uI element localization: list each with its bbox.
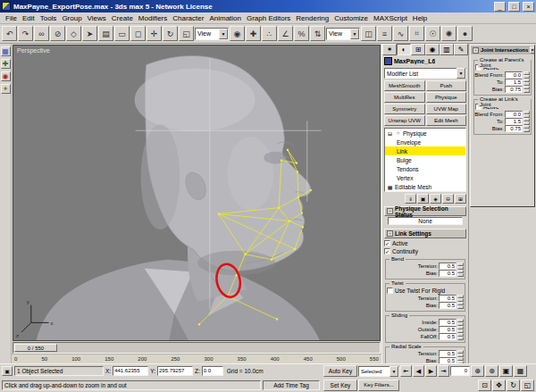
spinner-arrows[interactable] <box>523 71 530 79</box>
make-unique-icon[interactable]: ◈ <box>430 194 441 204</box>
multires-button[interactable]: MultiRes <box>384 92 425 103</box>
dock-tab-icon-2[interactable]: ✚ <box>1 59 11 69</box>
align-icon[interactable]: ≡ <box>377 26 392 41</box>
parent-blend-from-field[interactable]: 0.0 <box>505 71 523 79</box>
pan-icon[interactable]: ✥ <box>492 379 506 391</box>
parent-bias-field[interactable]: 0.75 <box>505 86 523 93</box>
stack-item-physique[interactable]: ⊟ ○ Physique <box>385 129 465 138</box>
use-twist-checkbox[interactable] <box>387 288 393 294</box>
time-slider-track[interactable]: 0 / 550 <box>13 342 381 354</box>
menu-group[interactable]: Group <box>59 14 84 22</box>
play-icon[interactable]: ▶ <box>425 365 437 377</box>
current-frame-field[interactable]: 0 <box>450 366 470 376</box>
radial-bias-field[interactable]: 0.5 <box>439 357 456 363</box>
perspective-viewport[interactable]: Perspective <box>13 45 381 341</box>
unlink-selection-icon[interactable]: ⊘ <box>50 26 65 41</box>
chevron-down-icon[interactable]: ▼ <box>456 68 465 79</box>
tab-motion-icon[interactable]: ◉ <box>425 44 440 55</box>
spinner-arrows[interactable] <box>457 295 464 302</box>
menu-edit[interactable]: Edit <box>20 14 38 22</box>
menu-help[interactable]: Help <box>410 14 430 22</box>
key-filters-button[interactable]: Key Filters... <box>358 379 399 391</box>
zoom-icon[interactable]: ⊕ <box>471 365 484 377</box>
bend-tension-field[interactable]: 0.5 <box>439 263 456 270</box>
link-blend-from-field[interactable]: 0.0 <box>505 111 523 118</box>
set-key-button[interactable]: Set Key <box>323 379 357 391</box>
spinner-arrows[interactable] <box>457 357 464 363</box>
menu-file[interactable]: File <box>3 14 20 22</box>
remove-modifier-icon[interactable]: ⊖ <box>442 194 454 204</box>
dock-tab-icon-1[interactable]: ▦ <box>1 46 11 56</box>
sliding-inside-field[interactable]: 0.5 <box>439 319 456 326</box>
curve-editor-icon[interactable]: ∿ <box>393 26 408 41</box>
spinner-arrows[interactable] <box>457 270 464 277</box>
render-scene-icon[interactable]: ✺ <box>441 26 456 41</box>
select-and-scale-icon[interactable]: ◱ <box>179 26 194 41</box>
stack-item-link-selected[interactable]: Link <box>385 146 465 155</box>
x-coordinate-field[interactable]: 441.62355 <box>113 366 148 376</box>
spinner-arrows[interactable] <box>457 302 464 309</box>
stack-item-envelope[interactable]: Envelope <box>385 138 465 146</box>
object-color-swatch[interactable] <box>384 57 392 65</box>
tab-create-icon[interactable]: ✶ <box>382 44 397 55</box>
sliding-falloff-field[interactable]: 0.5 <box>439 333 456 340</box>
spinner-arrows[interactable] <box>523 79 530 86</box>
schematic-view-icon[interactable]: ⌗ <box>409 26 424 41</box>
select-by-name-icon[interactable]: ▤ <box>98 26 113 41</box>
menu-customize[interactable]: Customize <box>331 14 371 22</box>
mirror-icon[interactable]: ◫ <box>361 26 376 41</box>
spinner-arrows[interactable] <box>523 125 530 132</box>
sliding-outside-field[interactable]: 0.5 <box>439 326 456 333</box>
go-to-end-icon[interactable]: ⇥ <box>438 365 449 377</box>
rollout-link-settings[interactable]: - Link Settings <box>384 229 466 238</box>
tab-modify-icon[interactable]: ◐ <box>397 44 411 55</box>
percent-snap-icon[interactable]: % <box>294 26 309 41</box>
link-bias-field[interactable]: 0.75 <box>505 125 523 132</box>
menu-modifiers[interactable]: Modifiers <box>136 14 170 22</box>
snaps-toggle-icon[interactable]: ∴ <box>262 26 277 41</box>
maximize-button[interactable]: □ <box>508 2 520 12</box>
material-editor-icon[interactable]: ☉ <box>425 26 440 41</box>
parent-to-field[interactable]: 1.5 <box>505 79 523 86</box>
add-time-tag-field[interactable]: Add Time Tag <box>263 380 320 390</box>
chevron-down-icon[interactable]: ▼ <box>350 29 359 39</box>
bend-bias-field[interactable]: 0.5 <box>439 270 456 277</box>
uvw-map-button[interactable]: UVW Map <box>426 104 467 114</box>
physique-button[interactable]: Physique <box>426 92 467 103</box>
radial-tension-field[interactable]: 0.5 <box>439 350 456 357</box>
spinner-arrows[interactable] <box>523 111 530 118</box>
chevron-down-icon[interactable]: ▼ <box>219 29 228 39</box>
select-and-move-icon[interactable]: ✛ <box>147 26 162 41</box>
tab-display-icon[interactable]: ▥ <box>440 44 454 55</box>
menu-maxscript[interactable]: MAXScript <box>371 14 410 22</box>
previous-frame-icon[interactable]: ◀ <box>413 365 424 377</box>
tab-utilities-icon[interactable]: ✎ <box>454 44 468 55</box>
modifier-bulb-icon[interactable]: ○ <box>395 130 401 136</box>
field-of-view-icon[interactable]: ⊡ <box>478 379 491 391</box>
zoom-extents-all-icon[interactable]: ▦ <box>514 365 527 377</box>
menu-tools[interactable]: Tools <box>38 14 60 22</box>
menu-animation[interactable]: Animation <box>206 14 244 22</box>
named-selection-sets-dropdown[interactable]: View ▼ <box>326 28 360 40</box>
chevron-down-icon[interactable]: ▼ <box>389 366 398 377</box>
select-and-rotate-icon[interactable]: ↻ <box>163 26 178 41</box>
link-to-field[interactable]: 1.5 <box>505 118 523 125</box>
unwrap-uvw-button[interactable]: Unwrap UVW <box>384 115 425 126</box>
menu-rendering[interactable]: Rendering <box>293 14 331 22</box>
tab-hierarchy-icon[interactable]: ⊞ <box>411 44 425 55</box>
select-and-manipulate-icon[interactable]: ✚ <box>246 26 261 41</box>
y-coordinate-field[interactable]: 295.79257 <box>157 366 193 376</box>
bind-to-space-warp-icon[interactable]: ◇ <box>66 26 81 41</box>
angle-snap-icon[interactable]: ∠ <box>278 26 293 41</box>
reference-coordinate-dropdown[interactable]: View ▼ <box>195 28 229 40</box>
twist-tension-field[interactable]: 0.5 <box>439 295 456 302</box>
selection-region-icon[interactable]: ▭ <box>114 26 130 41</box>
configure-modifier-sets-icon[interactable]: ⊞ <box>455 194 466 204</box>
z-coordinate-field[interactable]: 0.0 <box>202 366 223 376</box>
active-checkbox[interactable]: ✓ <box>384 240 390 246</box>
menu-create[interactable]: Create <box>109 14 136 22</box>
select-and-link-icon[interactable]: ∞ <box>34 26 49 41</box>
joint-panel-titlebar[interactable]: - Joint Intersections × <box>471 46 534 54</box>
collapse-icon[interactable]: - <box>387 208 393 214</box>
use-pivot-point-icon[interactable]: ◉ <box>230 26 245 41</box>
